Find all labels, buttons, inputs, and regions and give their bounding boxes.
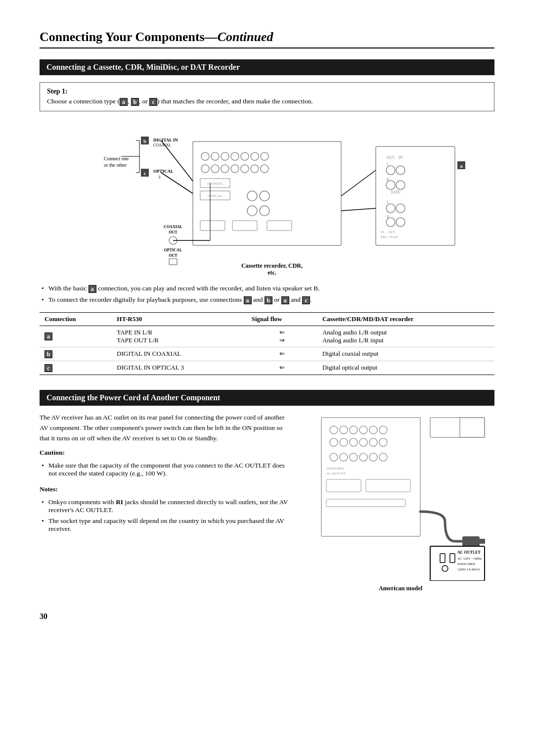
col-connection: Connection bbox=[40, 312, 112, 326]
col-flow: Signal flow bbox=[247, 312, 317, 326]
svg-point-27 bbox=[251, 165, 259, 173]
svg-point-81 bbox=[369, 426, 377, 434]
svg-line-70 bbox=[341, 170, 376, 196]
svg-point-94 bbox=[379, 453, 387, 461]
row-c-conn: c bbox=[40, 361, 112, 375]
svg-text:TAPE: TAPE bbox=[391, 190, 400, 194]
row-c-ht: DIGITAL IN OPTICAL 3 bbox=[112, 361, 246, 375]
svg-point-82 bbox=[379, 426, 387, 434]
svg-point-16 bbox=[211, 152, 219, 160]
svg-point-33 bbox=[247, 191, 257, 201]
svg-point-54 bbox=[386, 166, 395, 175]
svg-point-61 bbox=[386, 204, 395, 213]
conn-a-bullet1: a bbox=[89, 285, 96, 293]
step-label: Step 1: bbox=[47, 88, 487, 95]
row-b-conn: b bbox=[40, 347, 112, 361]
svg-rect-98 bbox=[366, 479, 410, 492]
svg-point-65 bbox=[396, 218, 405, 227]
svg-point-26 bbox=[241, 165, 249, 173]
svg-point-18 bbox=[231, 152, 239, 160]
svg-text:120W 1A MAX.: 120W 1A MAX. bbox=[457, 567, 481, 571]
bullet-item-1: With the basic a connection, you can pla… bbox=[40, 284, 494, 293]
svg-text:AC 120V ~ 60Hz: AC 120V ~ 60Hz bbox=[457, 557, 482, 561]
section2-header: Connecting the Power Cord of Another Com… bbox=[40, 390, 494, 406]
row-a-recorder: Analog audio L/R outputAnalog audio L/R … bbox=[317, 326, 494, 347]
svg-line-71 bbox=[341, 208, 376, 211]
svg-text:Cassette recorder, CDR,: Cassette recorder, CDR, bbox=[241, 262, 303, 269]
svg-point-22 bbox=[201, 165, 209, 173]
svg-rect-39 bbox=[267, 221, 292, 231]
svg-point-83 bbox=[330, 438, 338, 446]
svg-rect-103 bbox=[478, 539, 485, 544]
step-box: Step 1: Choose a connection type (a, b, … bbox=[40, 82, 494, 111]
svg-point-93 bbox=[369, 453, 377, 461]
svg-text:PLAY: PLAY bbox=[390, 235, 399, 239]
svg-rect-100 bbox=[430, 418, 485, 437]
svg-rect-76 bbox=[321, 418, 420, 536]
row-b-ht: DIGITAL IN COAXIAL bbox=[112, 347, 246, 361]
svg-point-15 bbox=[201, 152, 209, 160]
bullet-item-2: To connect the recorder digitally for pl… bbox=[40, 296, 494, 304]
svg-point-88 bbox=[379, 438, 387, 446]
svg-point-78 bbox=[340, 426, 348, 434]
section1-header: Connecting a Cassette, CDR, MiniDisc, or… bbox=[40, 59, 494, 75]
section2-content: The AV receiver has an AC outlet on its … bbox=[40, 413, 494, 592]
svg-text:a: a bbox=[460, 163, 463, 169]
svg-text:3: 3 bbox=[158, 175, 161, 180]
svg-text:COAXIAL: COAXIAL bbox=[164, 225, 182, 229]
svg-text:or the other: or the other bbox=[104, 162, 127, 168]
svg-text:b: b bbox=[143, 138, 146, 144]
section2-left: The AV receiver has an AC outlet on its … bbox=[40, 413, 292, 592]
svg-text:SWITCHED: SWITCHED bbox=[457, 562, 475, 566]
svg-point-55 bbox=[396, 166, 405, 175]
table-row-a: a TAPE IN L/RTAPE OUT L/R ⇐⇒ Analog audi… bbox=[40, 326, 494, 347]
row-b-recorder: Digital coaxial output bbox=[317, 347, 494, 361]
table-row-b: b DIGITAL IN COAXIAL ⇐ Digital coaxial o… bbox=[40, 347, 494, 361]
svg-text:COAXIAL: COAXIAL bbox=[207, 182, 223, 186]
note-item-2: The socket type and capacity will depend… bbox=[40, 517, 292, 533]
col-recorder: Cassette/CDR/MD/DAT recorder bbox=[317, 312, 494, 326]
conn-b-bullet2: b bbox=[265, 296, 272, 304]
svg-text:IN: IN bbox=[381, 230, 384, 234]
svg-text:OUT: OUT bbox=[387, 155, 395, 160]
svg-point-89 bbox=[330, 453, 338, 461]
step-text: Choose a connection type (a, b, or c) th… bbox=[47, 97, 487, 106]
svg-point-25 bbox=[231, 165, 239, 173]
page-number: 30 bbox=[40, 612, 494, 621]
svg-point-87 bbox=[369, 438, 377, 446]
section2: Connecting the Power Cord of Another Com… bbox=[40, 390, 494, 592]
svg-point-35 bbox=[247, 206, 257, 216]
caution-list: Make sure that the capacity of the compo… bbox=[40, 462, 292, 477]
svg-text:OUT: OUT bbox=[388, 230, 396, 234]
table-row-c: c DIGITAL IN OPTICAL 3 ⇐ Digital optical… bbox=[40, 361, 494, 375]
svg-rect-45 bbox=[169, 259, 177, 265]
svg-point-91 bbox=[350, 453, 357, 461]
svg-text:AC OUTLET: AC OUTLET bbox=[457, 550, 481, 555]
bullet-list: With the basic a connection, you can pla… bbox=[40, 284, 494, 304]
and-text: and bbox=[253, 296, 263, 303]
svg-line-47 bbox=[161, 173, 193, 193]
svg-point-36 bbox=[260, 206, 269, 216]
svg-text:COAXIAL: COAXIAL bbox=[153, 143, 171, 147]
svg-point-23 bbox=[211, 165, 219, 173]
svg-point-20 bbox=[251, 152, 259, 160]
svg-point-86 bbox=[359, 438, 367, 446]
conn-c-inline: c bbox=[149, 98, 157, 106]
svg-line-46 bbox=[161, 141, 193, 181]
svg-rect-106 bbox=[450, 554, 455, 563]
svg-point-107 bbox=[442, 566, 448, 571]
row-a-conn: a bbox=[40, 326, 112, 347]
conn-a-bullet2: a bbox=[244, 296, 252, 304]
svg-point-64 bbox=[386, 218, 395, 227]
notes-list: Onkyo components with RI jacks should be… bbox=[40, 498, 292, 533]
svg-text:L: L bbox=[387, 200, 389, 204]
svg-text:Connect one: Connect one bbox=[104, 156, 129, 161]
svg-point-57 bbox=[386, 181, 395, 189]
svg-text:L: L bbox=[387, 162, 389, 166]
svg-point-19 bbox=[241, 152, 249, 160]
svg-point-85 bbox=[350, 438, 357, 446]
conn-c-bullet2: c bbox=[302, 296, 310, 304]
svg-text:DIGITAL IN: DIGITAL IN bbox=[153, 138, 178, 142]
svg-text:OUT: OUT bbox=[169, 253, 178, 258]
col-ht: HT-R530 bbox=[112, 312, 246, 326]
